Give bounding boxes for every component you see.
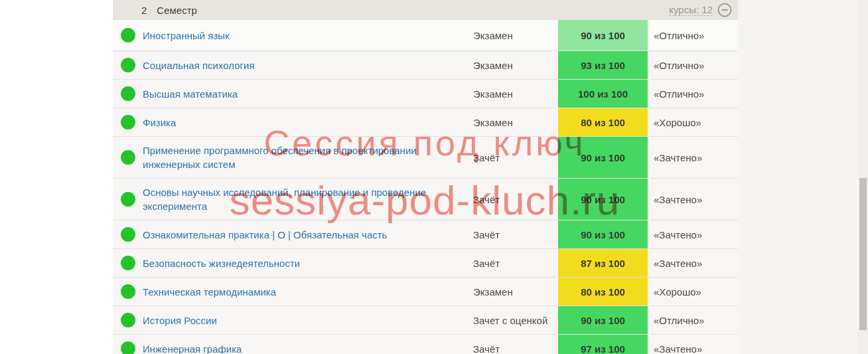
collapse-minus-icon[interactable] [717, 3, 732, 17]
subject-link[interactable]: Техническая термодинамика [143, 278, 473, 306]
semester-table: 2 Семестр курсы: 12 Иностранный язык Экз… [113, 0, 738, 354]
table-row: Физика Экзамен 80 из 100 «Хорошо» [113, 108, 738, 137]
semester-number: 2 [141, 5, 147, 16]
subject-link[interactable]: Иностранный язык [143, 22, 473, 49]
status-cell [113, 115, 143, 130]
grade-text: «Хорошо» [654, 117, 701, 128]
grade-text: «Зачтено» [654, 343, 702, 354]
score-badge: 90 из 100 [558, 137, 648, 178]
table-row: Техническая термодинамика Экзамен 80 из … [113, 278, 738, 306]
assessment-type: Экзамен [473, 117, 558, 128]
status-dot-icon [121, 150, 135, 165]
rows-container: Иностранный язык Экзамен 90 из 100 «Отли… [113, 20, 738, 354]
grade-text: «Отлично» [654, 30, 704, 41]
score-badge: 90 из 100 [558, 20, 648, 50]
status-dot-icon [121, 86, 135, 101]
table-row: История России Зачет с оценкой 90 из 100… [113, 306, 738, 335]
table-row: Высшая математика Экзамен 100 из 100 «От… [113, 80, 738, 108]
score-badge: 90 из 100 [558, 179, 648, 220]
score-badge: 93 из 100 [558, 51, 648, 79]
grade-text: «Хорошо» [654, 286, 701, 298]
table-row: Социальная психология Экзамен 93 из 100 … [113, 51, 738, 80]
grade-text: «Зачтено» [654, 229, 702, 240]
status-dot-icon [121, 58, 135, 72]
status-cell [113, 86, 143, 101]
status-cell [113, 227, 143, 242]
assessment-type: Зачёт [473, 152, 558, 163]
subject-link[interactable]: Ознакомительная практика | О | Обязатель… [143, 221, 473, 248]
courses-count-link[interactable]: курсы: 12 [669, 4, 713, 16]
status-dot-icon [121, 227, 135, 242]
score-badge: 80 из 100 [558, 108, 648, 136]
subject-link[interactable]: Физика [143, 109, 473, 136]
score-badge: 80 из 100 [558, 278, 648, 306]
subject-link[interactable]: Основы научных исследований, планировани… [143, 179, 473, 220]
status-cell [113, 313, 143, 327]
status-cell [113, 284, 143, 299]
status-cell [113, 192, 143, 207]
table-row: Применение программного обеспечения в пр… [113, 137, 738, 179]
table-row: Безопасность жизнедеятельности Зачёт 87 … [113, 249, 738, 278]
grade-text: «Зачтено» [654, 258, 702, 269]
subject-link[interactable]: Инженерная графика [143, 335, 473, 354]
status-dot-icon [121, 28, 135, 43]
score-badge: 87 из 100 [558, 249, 648, 277]
semester-title: Семестр [157, 5, 197, 16]
assessment-type: Экзамен [473, 88, 558, 100]
status-dot-icon [121, 313, 135, 327]
subject-link[interactable]: Применение программного обеспечения в пр… [143, 137, 473, 178]
grade-text: «Зачтено» [654, 194, 702, 205]
grade-text: «Отлично» [654, 315, 704, 326]
assessment-type: Зачёт [473, 194, 558, 205]
semester-header[interactable]: 2 Семестр курсы: 12 [113, 0, 738, 20]
scrollbar[interactable] [858, 0, 868, 354]
status-dot-icon [121, 284, 135, 299]
table-row: Ознакомительная практика | О | Обязатель… [113, 221, 738, 249]
assessment-type: Зачёт [473, 229, 558, 240]
assessment-type: Экзамен [473, 30, 558, 41]
table-row: Инженерная графика Зачёт 97 из 100 «Зачт… [113, 335, 738, 354]
page-background-right [738, 0, 858, 354]
subject-link[interactable]: Социальная психология [143, 52, 473, 79]
status-dot-icon [121, 341, 135, 354]
status-dot-icon [121, 192, 135, 207]
grade-text: «Отлично» [654, 88, 704, 100]
score-badge: 97 из 100 [558, 335, 648, 354]
grade-text: «Зачтено» [654, 152, 702, 163]
grade-text: «Отлично» [654, 60, 704, 71]
assessment-type: Зачёт [473, 343, 558, 354]
status-cell [113, 28, 143, 43]
scrollbar-thumb[interactable] [859, 178, 867, 330]
assessment-type: Зачёт [473, 258, 558, 269]
assessment-type: Зачет с оценкой [473, 315, 558, 326]
table-row: Основы научных исследований, планировани… [113, 179, 738, 221]
subject-link[interactable]: История России [143, 307, 473, 334]
table-row: Иностранный язык Экзамен 90 из 100 «Отли… [113, 20, 738, 51]
status-dot-icon [121, 115, 135, 130]
score-badge: 90 из 100 [558, 221, 648, 248]
subject-link[interactable]: Высшая математика [143, 80, 473, 108]
assessment-type: Экзамен [473, 286, 558, 298]
subject-link[interactable]: Безопасность жизнедеятельности [143, 250, 473, 277]
score-badge: 100 из 100 [558, 80, 648, 108]
assessment-type: Экзамен [473, 60, 558, 71]
status-cell [113, 150, 143, 165]
score-badge: 90 из 100 [558, 306, 648, 334]
status-cell [113, 256, 143, 270]
status-dot-icon [121, 256, 135, 270]
status-cell [113, 341, 143, 354]
status-cell [113, 58, 143, 72]
